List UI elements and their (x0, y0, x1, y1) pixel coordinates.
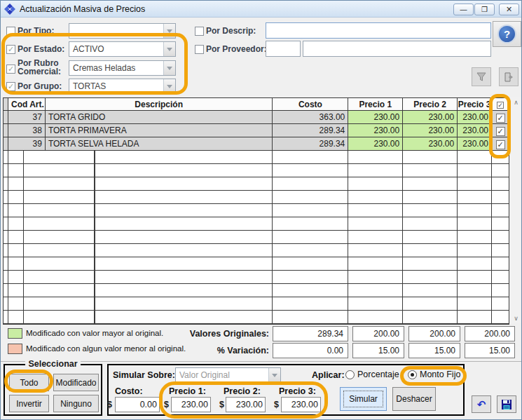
original-precio1-value: 200.00 (352, 326, 404, 341)
col-header-cod[interactable]: Cod Art. (8, 98, 46, 110)
chevron-down-icon[interactable] (163, 24, 175, 38)
empty-table-row[interactable] (4, 297, 509, 311)
close-button[interactable]: ✕ (499, 4, 519, 15)
por-proveedor-name-input[interactable] (303, 41, 491, 57)
minimize-button[interactable]: — (453, 4, 474, 15)
check-icon: ✓ (497, 102, 503, 109)
simular-sobre-dropdown[interactable]: Valor Original (175, 367, 281, 383)
title-bar: Actualización Masiva de Precios — ❐ ✕ (1, 1, 521, 18)
precio3-input[interactable]: 230.00 (281, 397, 321, 412)
seleccionar-title: Seleccionar (25, 359, 80, 369)
por-estado-checkbox[interactable]: ✓ (6, 45, 15, 54)
table-scrollbar[interactable]: ∧ ∨ (511, 97, 521, 323)
variacion-label: % Variación: (157, 346, 269, 355)
simular-button[interactable]: Simular (340, 387, 387, 411)
scroll-up-icon[interactable]: ∧ (514, 97, 518, 107)
empty-table-row[interactable] (4, 231, 509, 244)
original-costo-value: 289.34 (273, 326, 348, 341)
exit-button[interactable] (499, 67, 518, 86)
window-title: Actualización Masiva de Precios (20, 4, 145, 14)
por-descrip-label: Por Descrip: (206, 26, 256, 36)
por-grupo-label: Por Grupo: (18, 81, 62, 91)
col-header-precio2[interactable]: Precio 2 (403, 98, 458, 110)
precio3-field-label: Precio 3: (279, 386, 316, 396)
empty-table-row[interactable] (4, 164, 509, 177)
empty-table-row[interactable] (4, 271, 509, 284)
modificado-button[interactable]: Modificado (53, 374, 99, 391)
filter-button[interactable] (472, 67, 491, 86)
por-rubro-checkbox[interactable]: ✓ (6, 65, 15, 74)
chevron-down-icon[interactable] (163, 79, 175, 93)
empty-table-row[interactable] (4, 244, 509, 257)
por-tipo-dropdown[interactable] (69, 23, 176, 39)
row-checkbox[interactable]: ✓ (496, 127, 505, 136)
por-proveedor-checkbox[interactable] (195, 45, 204, 54)
row-checkbox[interactable]: ✓ (496, 140, 505, 149)
deshacer-button[interactable]: Deshacer (392, 387, 436, 411)
exit-door-icon (503, 72, 514, 83)
chevron-down-icon[interactable] (163, 42, 175, 56)
maximize-icon: ❐ (481, 6, 488, 13)
legend-label-green: Modificado con valor mayor al original. (26, 329, 163, 337)
check-icon: ✓ (8, 65, 14, 73)
empty-table-row[interactable] (4, 217, 509, 231)
por-proveedor-code-input[interactable] (266, 41, 301, 57)
empty-table-row[interactable] (4, 257, 509, 271)
mass-price-update-window: Actualización Masiva de Precios — ❐ ✕ Po… (0, 0, 522, 420)
maximize-button[interactable]: ❐ (474, 4, 495, 15)
empty-table-row[interactable] (4, 204, 509, 217)
por-descrip-input[interactable] (266, 22, 491, 39)
empty-table-row[interactable] (4, 311, 509, 324)
porcentaje-radio-label[interactable]: Porcentaje (357, 370, 399, 379)
costo-field-label: Costo: (115, 386, 143, 396)
precio2-input[interactable]: 230.00 (226, 397, 266, 412)
col-header-precio1[interactable]: Precio 1 (348, 98, 403, 110)
simular-sobre-label: Simular Sobre: (113, 370, 175, 380)
col-header-precio3[interactable]: Precio 3 (458, 98, 492, 110)
monto-fijo-radio-label[interactable]: Monto Fijo (420, 370, 460, 379)
save-button[interactable] (497, 395, 516, 413)
save-floppy-icon (501, 399, 512, 410)
costo-input[interactable]: 0.00 (115, 397, 160, 412)
empty-table-row[interactable] (4, 191, 509, 204)
table-row[interactable]: 39 TORTA SELVA HELADA 289.34 230.00 230.… (4, 137, 509, 151)
undo-icon: ↶ (477, 398, 486, 411)
empty-table-row[interactable] (4, 284, 509, 297)
porcentaje-radio[interactable] (345, 370, 355, 379)
variacion-costo-value: 0.00 (273, 343, 348, 358)
por-grupo-dropdown[interactable]: TORTAS (69, 79, 176, 94)
table-row[interactable]: 37 TORTA GRIDO 363.00 230.00 230.00 230.… (4, 111, 509, 124)
invertir-button[interactable]: Invertir (9, 395, 49, 412)
precio1-input[interactable]: 230.00 (171, 397, 211, 412)
currency-symbol: $ (219, 400, 224, 409)
por-estado-label: Por Estado: (18, 44, 64, 54)
check-icon: ✓ (497, 127, 503, 135)
help-button[interactable]: ? (493, 21, 521, 47)
undo-button[interactable]: ↶ (472, 395, 491, 413)
scroll-down-icon[interactable]: ∨ (514, 313, 518, 323)
col-header-select[interactable]: ✓ (492, 98, 509, 110)
todo-button[interactable]: Todo (9, 374, 49, 391)
table-row[interactable]: 38 TORTA PRIMAVERA 289.34 230.00 230.00 … (4, 124, 509, 137)
select-all-checkbox[interactable]: ✓ (497, 102, 504, 109)
empty-table-row[interactable] (4, 177, 509, 191)
col-header-costo[interactable]: Costo (273, 98, 348, 110)
original-precio2-value: 200.00 (408, 326, 460, 341)
row-checkbox[interactable]: ✓ (496, 114, 505, 123)
por-descrip-checkbox[interactable] (195, 27, 204, 36)
col-header-desc[interactable]: Descripción (46, 98, 273, 110)
close-icon: ✕ (506, 5, 512, 13)
monto-fijo-radio[interactable] (408, 370, 417, 379)
precio2-field-label: Precio 2: (224, 386, 261, 396)
por-grupo-checkbox[interactable]: ✓ (6, 82, 15, 91)
ninguno-button[interactable]: Ninguno (53, 395, 99, 412)
aplicar-label: Aplicar: (312, 370, 345, 380)
chevron-down-icon (268, 368, 280, 382)
chevron-down-icon[interactable] (163, 61, 175, 75)
empty-table-row[interactable] (4, 151, 509, 164)
por-rubro-dropdown[interactable]: Cremas Heladas (69, 60, 176, 76)
variacion-precio3-value: 15.00 (465, 343, 515, 358)
por-tipo-checkbox[interactable] (6, 27, 15, 36)
currency-symbol: $ (164, 400, 169, 409)
por-estado-dropdown[interactable]: ACTIVO (69, 41, 176, 57)
